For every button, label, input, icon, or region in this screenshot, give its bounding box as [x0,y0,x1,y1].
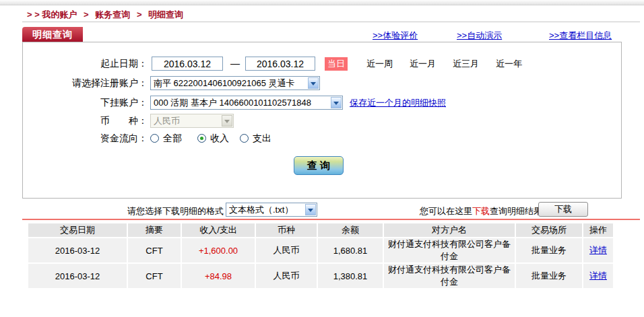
cell-balance: 1,380.81 [318,264,383,288]
col-header-summary: 摘要 [128,223,181,237]
radio-unchecked-icon [240,134,249,143]
quick-range-quarter[interactable]: 近三月 [453,57,479,71]
flow-radio-expense[interactable]: 支出 [240,131,271,145]
quick-range-year[interactable]: 近一年 [496,57,522,71]
flow-radio-income-label: 收入 [210,133,229,145]
flow-radio-all-label: 全部 [163,133,182,145]
registered-account-label: 请选择注册账户： [23,76,148,90]
download-format-label: 请您选择下载明细的格式 [108,204,224,218]
table-top-divider [22,219,640,220]
currency-label: 币 种： [23,114,148,128]
breadcrumb-separator: > [137,9,142,20]
top-gradient-strip [0,0,644,5]
download-hint-download-word: 下载 [472,206,490,216]
cell-counterparty: 财付通支付科技有限公司客户备付金 [384,238,515,262]
date-from-input[interactable] [152,57,223,71]
cell-counterparty: 财付通支付科技有限公司客户备付金 [384,264,515,288]
flow-radio-expense-label: 支出 [253,133,271,145]
table-row: 2016-03-12 CFT +1,600.00 人民币 1,680.81 财付… [28,238,613,262]
quick-range-month[interactable]: 近一月 [410,57,436,71]
breadcrumb: > > 我的账户 > 账务查询 > 明细查询 [27,9,183,21]
save-snapshot-link[interactable]: 保存近一个月的明细快照 [350,96,446,110]
currency-value: 人民币 [154,115,220,127]
date-to-input[interactable] [245,57,315,71]
cell-amount: +1,600.00 [182,238,255,262]
breadcrumb-my-account[interactable]: 我的账户 [42,9,77,20]
chevron-down-icon [305,204,316,215]
tab-detail-query[interactable]: 明细查询 [22,27,83,42]
breadcrumb-arrows: > > [27,9,40,20]
breadcrumb-detail-query[interactable]: 明细查询 [148,9,183,20]
tab-label: 明细查询 [32,29,73,40]
detail-link[interactable]: 详情 [589,245,607,255]
sub-account-value: 000 活期 基本户 1406600101102571848 [154,97,329,108]
header-divider [22,22,640,22]
link-view-column-info[interactable]: >>查看栏目信息 [549,30,612,42]
date-range-label: 起止日期： [23,57,148,71]
cell-currency: 人民币 [256,238,317,262]
cell-summary: CFT [128,264,181,288]
download-hint-post: 查询明细结果 [490,206,542,216]
cell-amount: +84.98 [182,264,255,288]
download-format-select[interactable]: 文本格式（.txt） [226,203,317,217]
registered-account-value: 南平 6222001406100921065 灵通卡 [154,77,307,89]
quick-range-today-button[interactable]: 当日 [325,57,348,71]
detail-query-page: > > 我的账户 > 账务查询 > 明细查询 明细查询 >>体验评价 >>自动演… [0,0,644,317]
breadcrumb-separator: > [84,9,89,20]
query-button[interactable]: 查 询 [294,156,344,175]
col-header-action: 操作 [583,223,613,237]
download-button[interactable]: 下载 [538,202,588,217]
cell-venue: 批量业务 [516,238,582,262]
date-range-dash: — [228,57,242,71]
cell-venue: 批量业务 [516,264,582,288]
fund-flow-label: 资金流向： [23,131,148,145]
link-experience-review[interactable]: >>体验评价 [373,30,418,42]
col-header-balance: 余额 [318,223,383,237]
radio-checked-icon [197,134,206,143]
radio-unchecked-icon [150,134,159,143]
download-hint-pre: 您可以在这里 [420,206,472,216]
cell-action: 详情 [583,238,613,262]
table-header-row: 交易日期 摘要 收入/支出 币种 余额 对方户名 交易场所 操作 [28,223,613,237]
transaction-table: 交易日期 摘要 收入/支出 币种 余额 对方户名 交易场所 操作 2016-03… [27,222,614,289]
sub-account-label: 下挂账户： [23,96,148,110]
cell-date: 2016-03-12 [28,264,127,288]
col-header-date: 交易日期 [28,223,127,237]
download-hint: 您可以在这里下载查询明细结果 [420,204,542,218]
cell-balance: 1,680.81 [318,238,383,262]
col-header-currency: 币种 [256,223,317,237]
sub-account-select[interactable]: 000 活期 基本户 1406600101102571848 [150,96,343,110]
chevron-down-icon [222,115,232,127]
cell-summary: CFT [128,238,181,262]
currency-select: 人民币 [150,114,234,128]
flow-radio-all[interactable]: 全部 [150,131,182,145]
breadcrumb-account-query[interactable]: 账务查询 [95,9,130,20]
table-row: 2016-03-12 CFT +84.98 人民币 1,380.81 财付通支付… [28,264,613,288]
query-form-panel: 起止日期： — 当日 近一周 近一月 近三月 近一年 请选择注册账户： 南平 6… [22,42,622,199]
col-header-counterparty: 对方户名 [384,223,515,237]
registered-account-select[interactable]: 南平 6222001406100921065 灵通卡 [150,76,320,90]
detail-link[interactable]: 详情 [589,271,607,281]
chevron-down-icon [308,77,319,89]
link-auto-demo[interactable]: >>自动演示 [457,30,502,42]
cell-currency: 人民币 [256,264,317,288]
flow-radio-income[interactable]: 收入 [197,131,229,145]
download-format-value: 文本格式（.txt） [229,204,304,215]
quick-range-week[interactable]: 近一周 [366,57,393,71]
chevron-down-icon [331,97,342,108]
col-header-amount: 收入/支出 [182,223,255,237]
cell-date: 2016-03-12 [28,238,127,262]
col-header-venue: 交易场所 [516,223,582,237]
cell-action: 详情 [583,264,613,288]
